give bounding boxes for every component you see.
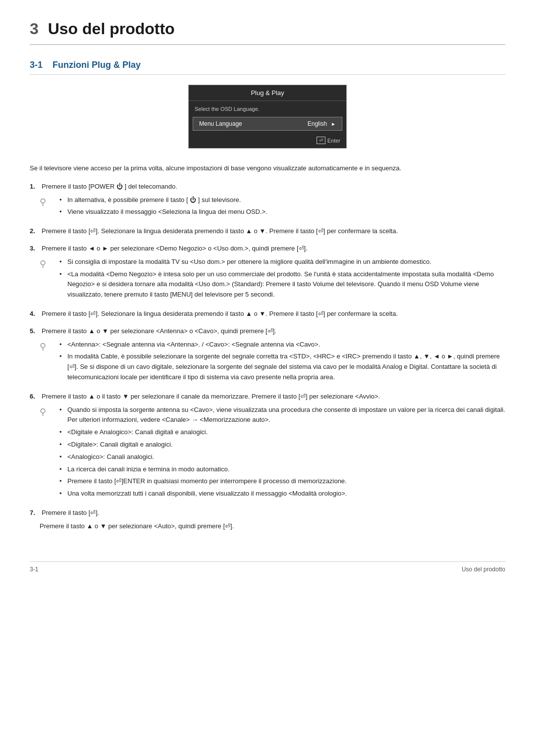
step-3-text: Premere il tasto ◄ o ► per selezionare <…	[42, 244, 308, 254]
step-5-note-1-text: <Antenna>: <Segnale antenna via <Antenna…	[67, 340, 320, 350]
step-5-note-2: • In modalità Cable, è possibile selezio…	[59, 352, 505, 382]
bullet: •	[59, 489, 64, 499]
step-4-number: 4.	[30, 309, 40, 319]
step-6-note-5: • La ricerca dei canali inizia e termina…	[59, 464, 505, 475]
step-5-text: Premere il tasto ▲ o ▼ per selezionare <…	[42, 326, 276, 337]
bullet: •	[59, 352, 64, 362]
section-title: 3-1 Funzioni Plug & Play	[30, 60, 505, 75]
step-6-note-6: • Premere il tasto [⏎]ENTER in qualsiasi…	[59, 476, 505, 487]
step-6: 6. Premere il tasto ▲ o il tasto ▼ per s…	[30, 392, 505, 501]
bullet: •	[59, 464, 64, 475]
step-7-number: 7.	[30, 508, 40, 518]
step-6-note-4: • <Analogico>: Canali analogici.	[59, 452, 505, 462]
step-6-text: Premere il tasto ▲ o il tasto ▼ per sele…	[42, 392, 380, 402]
section-title-text: Funzioni Plug & Play	[53, 60, 141, 70]
step-4: 4. Premere il tasto [⏎]. Selezionare la …	[30, 309, 505, 319]
step-5: 5. Premere il tasto ▲ o ▼ per selezionar…	[30, 326, 505, 385]
note-icon-3: ⚲	[40, 257, 52, 271]
step-1-note-2: • Viene visualizzato il messaggio <Selez…	[59, 207, 505, 217]
step-3-note-2: • <La modalità <Demo Negozio> è intesa s…	[59, 269, 505, 300]
footer-left: 3-1	[30, 566, 38, 573]
osd-row-value: English	[308, 120, 327, 127]
bullet: •	[59, 257, 64, 267]
step-6-note-1: • Quando si imposta la sorgente antenna …	[59, 405, 505, 426]
step-6-note-content: • Quando si imposta la sorgente antenna …	[59, 405, 505, 501]
step-1-note-1: • In alternativa, è possibile premere il…	[59, 195, 505, 205]
bullet: •	[59, 340, 64, 350]
bullet: •	[59, 427, 64, 438]
osd-footer: ⏎ Enter	[189, 133, 346, 148]
step-7-subtext: Premere il tasto ▲ o ▼ per selezionare <…	[40, 521, 505, 532]
step-2-number: 2.	[30, 226, 40, 237]
step-7-text: Premere il tasto [⏎].	[42, 508, 99, 518]
step-3-note-content: • Si consiglia di impostare la modalità …	[59, 257, 505, 302]
footer-right: Uso del prodotto	[462, 566, 505, 573]
chapter-title-text: Uso del prodotto	[48, 20, 175, 38]
step-1-notes: ⚲ • In alternativa, è possibile premere …	[40, 195, 505, 220]
step-1: 1. Premere il tasto [POWER ⏻ ] del telec…	[30, 182, 505, 219]
chapter-number: 3	[30, 20, 39, 38]
section-number: 3-1	[30, 60, 43, 70]
step-6-note-2: • <Digitale e Analogico>: Canali digital…	[59, 427, 505, 438]
bullet: •	[59, 269, 64, 280]
osd-title: Plug & Play	[189, 85, 346, 101]
step-3-note-1: • Si consiglia di impostare la modalità …	[59, 257, 505, 267]
footer-bar: 3-1 Uso del prodotto	[30, 561, 505, 573]
osd-subtitle: Select the OSD Language.	[189, 101, 346, 115]
osd-footer-label: Enter	[327, 138, 340, 144]
step-5-note-1: • <Antenna>: <Segnale antenna via <Anten…	[59, 340, 505, 350]
step-1-note-2-text: Viene visualizzato il messaggio <Selezio…	[67, 207, 268, 217]
intro-text: Se il televisore viene acceso per la pri…	[30, 163, 505, 174]
step-5-notes: ⚲ • <Antenna>: <Segnale antenna via <Ant…	[40, 340, 505, 385]
step-7-subtext-value: Premere il tasto ▲ o ▼ per selezionare <…	[40, 522, 234, 530]
bullet: •	[59, 452, 64, 462]
bullet: •	[59, 405, 64, 415]
step-6-number: 6.	[30, 392, 40, 402]
step-1-note-1-text: In alternativa, è possibile premere il t…	[67, 195, 241, 205]
step-6-note-7-text: Una volta memorizzati tutti i canali dis…	[67, 489, 347, 499]
step-3-number: 3.	[30, 244, 40, 254]
chapter-title: 3 Uso del prodotto	[30, 20, 505, 45]
note-icon-1: ⚲	[40, 195, 52, 209]
step-1-text: Premere il tasto [POWER ⏻ ] del telecoma…	[42, 182, 177, 192]
bullet: •	[59, 195, 64, 205]
osd-language-row[interactable]: Menu Language English ►	[193, 117, 342, 131]
step-5-note-2-text: In modalità Cable, è possibile seleziona…	[67, 352, 505, 382]
step-6-note-2-text: <Digitale e Analogico>: Canali digitali …	[67, 427, 208, 438]
osd-dialog: Plug & Play Select the OSD Language. Men…	[188, 85, 347, 149]
step-1-note-content: • In alternativa, è possibile premere il…	[59, 195, 505, 220]
step-2: 2. Premere il tasto [⏎]. Selezionare la …	[30, 226, 505, 237]
step-3-note-1-text: Si consiglia di impostare la modalità TV…	[67, 257, 431, 267]
step-5-note-content: • <Antenna>: <Segnale antenna via <Anten…	[59, 340, 505, 385]
step-4-text: Premere il tasto [⏎]. Selezionare la lin…	[42, 309, 398, 319]
note-icon-5: ⚲	[40, 340, 52, 354]
step-3: 3. Premere il tasto ◄ o ► per selezionar…	[30, 244, 505, 302]
enter-icon: ⏎	[317, 137, 325, 144]
step-6-note-4-text: <Analogico>: Canali analogici.	[67, 452, 154, 462]
step-6-note-1-text: Quando si imposta la sorgente antenna su…	[67, 405, 505, 426]
step-5-number: 5.	[30, 326, 40, 337]
step-2-text: Premere il tasto [⏎]. Selezionare la lin…	[42, 226, 398, 237]
step-6-note-5-text: La ricerca dei canali inizia e termina i…	[67, 464, 229, 475]
bullet: •	[59, 440, 64, 450]
step-6-note-3-text: <Digitale>: Canali digitali e analogici.	[67, 440, 172, 450]
osd-row-label: Menu Language	[199, 120, 308, 127]
bullet: •	[59, 476, 64, 487]
step-3-note-2-text: <La modalità <Demo Negozio> è intesa sol…	[67, 269, 505, 300]
step-6-note-3: • <Digitale>: Canali digitali e analogic…	[59, 440, 505, 450]
osd-arrow-icon: ►	[331, 121, 336, 127]
step-1-number: 1.	[30, 182, 40, 192]
note-icon-6: ⚲	[40, 405, 52, 419]
step-7: 7. Premere il tasto [⏎]. Premere il tast…	[30, 508, 505, 532]
step-6-note-6-text: Premere il tasto [⏎]ENTER in qualsiasi m…	[67, 476, 347, 487]
bullet: •	[59, 207, 64, 217]
step-6-note-7: • Una volta memorizzati tutti i canali d…	[59, 489, 505, 499]
step-6-notes: ⚲ • Quando si imposta la sorgente antenn…	[40, 405, 505, 501]
step-3-notes: ⚲ • Si consiglia di impostare la modalit…	[40, 257, 505, 302]
